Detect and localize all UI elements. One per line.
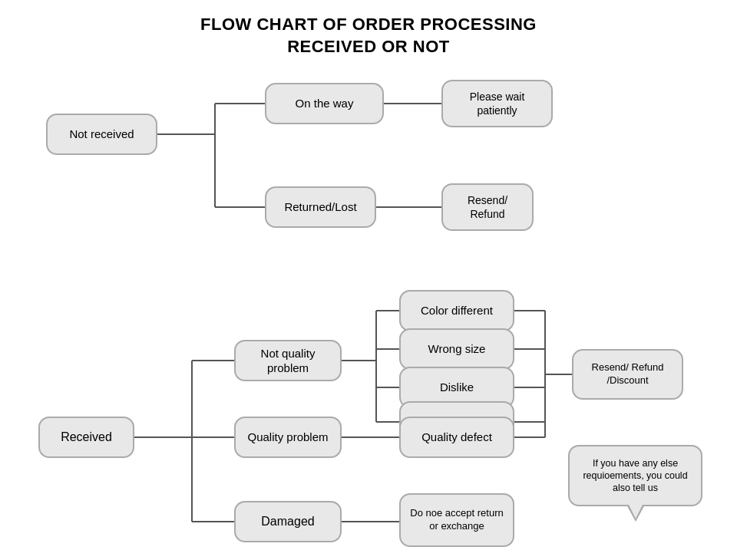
on-the-way-node: On the way: [265, 83, 384, 124]
returned-lost-node: Returned/Lost: [265, 186, 376, 228]
do-not-accept-node: Do noe accept return or exchange: [399, 493, 514, 547]
resend-refund-top-node: Resend/ Refund: [441, 183, 534, 231]
damaged-node: Damaged: [234, 501, 342, 542]
quality-defect-node: Quality defect: [399, 417, 514, 458]
received-node: Received: [38, 417, 134, 458]
wrong-size-node: Wrong size: [399, 328, 514, 370]
page-title: FLOW CHART OF ORDER PROCESSING RECEIVED …: [0, 0, 737, 58]
speech-bubble-node: If you have any else requioements, you c…: [568, 445, 702, 506]
quality-problem-node: Quality problem: [234, 417, 342, 458]
page-container: FLOW CHART OF ORDER PROCESSING RECEIVED …: [0, 0, 737, 560]
flow-area: Not received On the way Please wait pati…: [0, 61, 737, 560]
not-quality-problem-node: Not quality problem: [234, 340, 342, 381]
resend-refund-discount-node: Resend/ Refund /Discount: [572, 349, 683, 400]
please-wait-node: Please wait patiently: [441, 80, 553, 127]
color-different-node: Color different: [399, 290, 514, 331]
not-received-node: Not received: [46, 114, 157, 155]
